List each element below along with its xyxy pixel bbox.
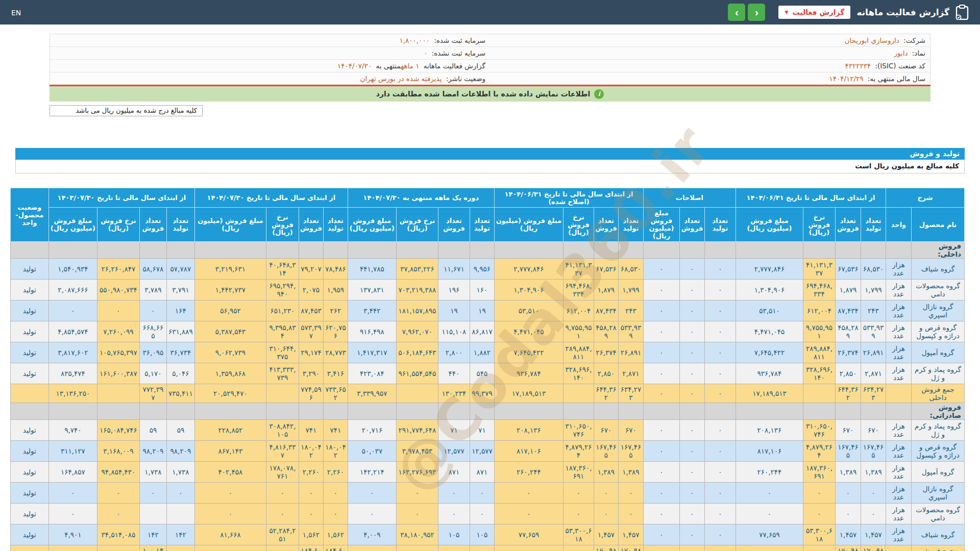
section-cell — [836, 242, 861, 259]
value-cell: ۰ — [704, 321, 736, 342]
section-cell — [861, 242, 886, 259]
value-cell: ۲۶,۸۹۱ — [861, 342, 886, 363]
unregistered-capital-cell: سرمایه ثبت نشده: ۰ — [50, 47, 491, 60]
value-cell: ۵۷,۷۸۷ — [166, 259, 194, 280]
value-cell: ۲۶,۸۹۱ — [618, 342, 643, 363]
value-cell: ۰ — [679, 524, 704, 545]
section-cell — [470, 242, 494, 259]
report-type-dropdown[interactable]: گزارش فعالیت ▼ — [778, 6, 850, 19]
col-adjustments-t: تعداد تولید — [704, 208, 736, 242]
section-cell — [323, 403, 348, 420]
info-row: نماد: دابور سرمایه ثبت نشده: ۰ — [50, 47, 930, 60]
value-cell: ۵,۳۸۷,۵۴۳ — [194, 321, 266, 342]
value-cell: ۰ — [679, 280, 704, 300]
col-ytd-1404-07-30-f: تعداد فروش — [299, 208, 323, 242]
value-cell: ۶۳۱,۸۸۹ — [166, 321, 194, 342]
section-title: تولید و فروش — [15, 148, 965, 160]
value-cell: ۰ — [643, 483, 679, 504]
value-cell: ۰ — [679, 441, 704, 462]
section-cell — [618, 403, 643, 420]
value-cell: ۵۳۳,۹۳۹ — [618, 321, 643, 342]
value-cell: ۶۷۰ — [861, 420, 886, 441]
value-cell: ۱۱۵,۱۰۸ — [438, 321, 470, 342]
next-report-button[interactable]: › — [728, 4, 745, 21]
section-cell — [736, 403, 803, 420]
value-cell — [266, 384, 299, 403]
value-cell: ۷,۶۴۵,۴۲۲ — [494, 342, 563, 363]
report-period-length: ۱ ماهه — [401, 62, 421, 70]
status-cell: تولید — [10, 259, 48, 280]
value-cell: ۰ — [679, 483, 704, 504]
value-cell: ۰ — [643, 363, 679, 384]
value-cell: ۱,۳۸۹ — [594, 462, 618, 483]
section-cell — [48, 403, 97, 420]
report-type-dropdown-label: گزارش فعالیت — [792, 8, 844, 16]
value-cell: ۰ — [470, 483, 494, 504]
value-cell: ۷۱ — [438, 420, 470, 441]
value-cell: ۱۰۵ — [470, 524, 494, 545]
value-cell: ۲۸۹,۸۸۴,۸۱۱ — [803, 342, 836, 363]
value-cell: ۴۱,۱۳۱,۳۳۷ — [803, 259, 836, 280]
unregistered-capital-value: ۰ — [424, 49, 429, 57]
value-cell: ۱۸۴,۶۰۵ — [299, 545, 323, 551]
section-cell — [266, 242, 299, 259]
product-row: گروه محصولات داميهزار عدد۱,۷۹۹۱,۸۷۹۶۹۴,۴… — [10, 280, 964, 300]
value-cell: ۸۱۷,۱۰۶ — [736, 441, 803, 462]
value-cell: ۳۰۸,۸۴۲,۱۰۵ — [266, 420, 299, 441]
col-ytd-1404-06-31-t: تعداد تولید — [861, 208, 886, 242]
value-cell: ۴,۴۷۱,۰۴۵ — [494, 321, 563, 342]
value-cell: ۵۶,۹۵۲ — [194, 300, 266, 321]
value-cell: ۱۰۵ — [438, 524, 470, 545]
value-cell: ۹,۷۴۰ — [48, 420, 97, 441]
col-desc-واحد: واحد — [886, 208, 912, 242]
value-cell: ۳۸,۱۸۰,۹۵۲ — [396, 524, 438, 545]
value-cell: ۱۴۲,۲۱۴ — [348, 462, 396, 483]
value-cell: ۱,۷۳۸ — [139, 462, 166, 483]
value-cell: ۴,۸۷۹,۲۶۴ — [803, 441, 836, 462]
status-cell — [10, 384, 48, 403]
value-cell: ۰ — [679, 259, 704, 280]
section-cell — [861, 403, 886, 420]
col-ytd-1403-07-30-f: تعداد فروش — [139, 208, 166, 242]
value-cell: ۸۷,۴۵۳ — [299, 300, 323, 321]
product-row: گروه نازال اسپريهزار عدد۰۰۰۰۰۰۰۰۰۰۰۰۰۰۰۰… — [10, 483, 964, 504]
unit-cell — [886, 384, 912, 403]
ticker-value[interactable]: دابور — [894, 49, 910, 57]
value-cell: ۴,۸۱۶,۳۳۷ — [266, 441, 299, 462]
language-toggle[interactable]: EN — [11, 9, 21, 17]
value-cell: ۳,۸۱۷,۶۰۲ — [48, 342, 97, 363]
product-name-cell: گروه شیاف — [912, 259, 965, 280]
value-cell: ۰ — [704, 342, 736, 363]
value-cell: ۶۷۰ — [594, 420, 618, 441]
value-cell: ۱,۳۸۹ — [861, 462, 886, 483]
value-cell: ۷۳۳,۶۵۲ — [323, 384, 348, 403]
value-cell: ۷۷,۶۵۹ — [736, 524, 803, 545]
value-cell: ۹,۳۹۵,۸۳۴ — [266, 321, 299, 342]
company-value[interactable]: داروسازي ابوريحان — [845, 36, 901, 44]
unit-cell: هزار عدد — [886, 441, 912, 462]
value-cell: ۳۱۱,۱۲۷ — [48, 441, 97, 462]
prev-report-button[interactable]: ‹ — [748, 4, 765, 21]
value-cell: ۰ — [679, 420, 704, 441]
value-cell: ۳۱۰,۶۵۰,۷۴۶ — [803, 420, 836, 441]
unit-cell: هزار عدد — [886, 420, 912, 441]
section-cell — [803, 403, 836, 420]
value-cell: ۶۷,۵۳۶ — [594, 259, 618, 280]
value-cell: ۳۲۸,۶۹۶,۱۴۰ — [803, 363, 836, 384]
col-group-month-1404-07-30: دوره یک ماهه منتهی به ۱۴۰۴/۰۷/۳۰ — [348, 188, 494, 208]
value-cell: ۶۸,۵۳۰ — [618, 259, 643, 280]
value-cell: ۱,۴۱۷,۳۱۷ — [348, 342, 396, 363]
product-row: گروه پماد و کرم و ژلهزار عدد۶۷۰۶۷۰۳۱۰,۶۵… — [10, 420, 964, 441]
col-group-ytd-1404-07-30: از ابتدای سال مالی تا تاریخ ۱۴۰۴/۰۷/۳۰ — [194, 188, 348, 208]
value-cell: ۱,۸۷۹ — [594, 280, 618, 300]
ticker-cell: نماد: دابور — [490, 47, 930, 60]
value-cell: ۵۳,۵۱۰ — [494, 300, 563, 321]
status-cell: تولید — [10, 441, 48, 462]
value-cell: ۲۸۹,۸۸۴,۸۱۱ — [563, 342, 594, 363]
col-month-1404-07-30-f: تعداد فروش — [438, 208, 470, 242]
unit-cell: هزار عدد — [886, 504, 912, 524]
value-cell: ۱۳,۱۳۶,۲۵۰ — [48, 384, 97, 403]
table-header: شرحاز ابتدای سال مالی تا تاریخ ۱۴۰۴/۰۶/۳… — [10, 188, 964, 242]
col-ytd-1404-06-31-adjusted-m: مبلغ فروش (میلیون ریال) — [494, 208, 563, 242]
value-cell: ۱۷,۱۸۹,۵۱۳ — [494, 384, 563, 403]
